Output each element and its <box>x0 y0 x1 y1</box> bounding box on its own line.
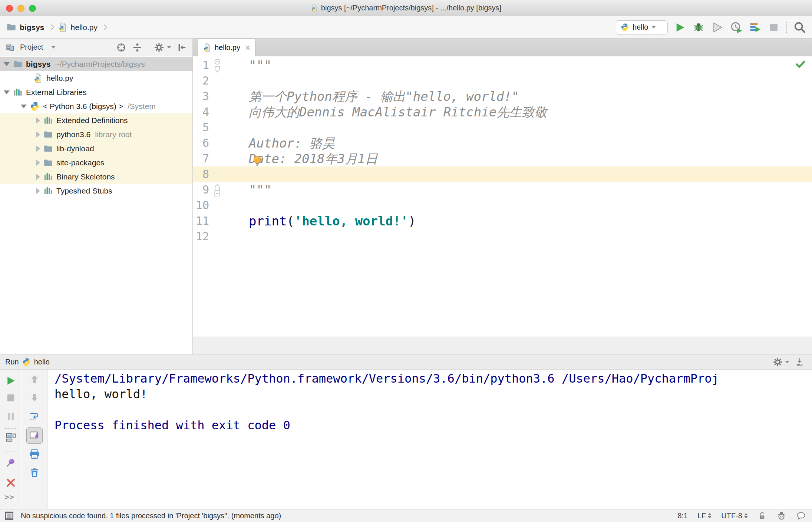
code-content: """ 第一个Python程序 - 输出"hello, world!" 向伟大的… <box>242 57 812 244</box>
unlocked-icon[interactable] <box>757 511 767 521</box>
run-configuration-select[interactable]: hello <box>616 20 668 34</box>
breadcrumb-project[interactable]: bigsys <box>20 23 44 32</box>
run-with-coverage-button[interactable] <box>711 21 724 34</box>
next-occurrence-button[interactable] <box>29 392 40 403</box>
chevron-collapsed-icon[interactable] <box>36 188 40 194</box>
folder-icon <box>43 130 53 139</box>
pycharm-window: bigsys [~/PycharmProjects/bigsys] - .../… <box>0 0 812 522</box>
prev-occurrence-button[interactable] <box>29 374 40 385</box>
code-line-1: """ <box>242 57 812 73</box>
run-button[interactable] <box>674 22 686 33</box>
chevron-expanded-icon[interactable] <box>4 62 10 66</box>
collapse-all-icon[interactable] <box>132 42 142 53</box>
code-line-6: Author: 骆昊 <box>242 135 812 151</box>
chevron-collapsed-icon[interactable] <box>36 146 40 152</box>
hide-panel-icon[interactable] <box>177 42 187 53</box>
tree-item-python36-library-root[interactable]: python3.6 library root <box>0 128 192 142</box>
editor-tab-bar: hello.py × <box>193 39 812 56</box>
editor-scrollbar-strip[interactable] <box>193 337 812 354</box>
search-everywhere-icon[interactable] <box>793 21 806 34</box>
breadcrumb-file[interactable]: hello.py <box>71 23 98 32</box>
chevron-down-icon <box>785 361 789 363</box>
encoding-widget[interactable]: UTF-8 <box>721 512 748 520</box>
gear-icon[interactable] <box>154 42 164 53</box>
library-icon <box>13 87 23 97</box>
status-widgets: 8:1 LF UTF-8 <box>677 511 806 521</box>
profiler-button[interactable] <box>730 21 743 34</box>
line-ending-widget[interactable]: LF <box>697 512 712 520</box>
rerun-button[interactable] <box>5 375 16 386</box>
python-logo-icon <box>30 102 40 111</box>
toolbar-separator <box>148 43 148 52</box>
inspector-hector-icon[interactable] <box>776 511 786 521</box>
tree-item-extended-definitions[interactable]: Extended Definitions <box>0 113 192 128</box>
tree-item-site-packages[interactable]: site-packages <box>0 156 192 170</box>
print-button[interactable] <box>29 449 40 460</box>
run-panel-body: >> /System/Library/Frameworks/Python.fra… <box>0 370 812 509</box>
code-line-9: """ <box>242 182 812 198</box>
more-actions-icon[interactable]: >> <box>4 493 14 502</box>
code-line-10 <box>242 198 812 213</box>
chevron-collapsed-icon[interactable] <box>36 160 40 166</box>
project-panel-title[interactable]: Project <box>20 43 43 52</box>
stop-button[interactable] <box>768 22 780 33</box>
caret-position-widget[interactable]: 8:1 <box>677 512 688 520</box>
line-number: 5 <box>193 120 242 135</box>
project-view-icon <box>5 43 15 52</box>
chevron-expanded-icon[interactable] <box>21 105 27 108</box>
tree-item-typeshed-stubs[interactable]: Typeshed Stubs <box>0 184 192 198</box>
inspections-ok-icon[interactable] <box>795 59 806 70</box>
run-panel-title[interactable]: Run <box>5 358 19 366</box>
toolbar-separator <box>4 428 17 429</box>
close-tab-icon[interactable]: × <box>245 44 250 52</box>
restore-layout-button[interactable] <box>5 432 16 443</box>
tree-item-project-root[interactable]: bigsys ~/PycharmProjects/bigsys <box>0 57 192 71</box>
pin-tab-button[interactable] <box>5 457 16 468</box>
code-line-8 <box>242 166 812 182</box>
run-toolbar: hello <box>616 20 812 34</box>
hide-panel-icon[interactable] <box>795 357 805 367</box>
library-icon <box>43 116 53 125</box>
chevron-collapsed-icon[interactable] <box>36 174 40 180</box>
tree-item-hello-py[interactable]: hello.py <box>0 71 192 85</box>
scroll-to-end-button[interactable] <box>26 427 43 444</box>
tree-item-lib-dynload[interactable]: lib-dynload <box>0 142 192 156</box>
line-number: 2 <box>193 73 242 89</box>
pause-output-button[interactable] <box>5 411 16 422</box>
intention-lightbulb-icon[interactable] <box>251 155 263 167</box>
gear-icon[interactable] <box>773 357 783 367</box>
editor-tab-hello-py[interactable]: hello.py × <box>198 39 255 56</box>
editor[interactable]: 1 2 3 4 5 6 7 8 9 10 11 12 """ <box>193 56 812 337</box>
fullscreen-window-button[interactable] <box>29 5 36 12</box>
chevron-collapsed-icon[interactable] <box>36 118 40 123</box>
fold-region-start-icon[interactable] <box>213 59 222 74</box>
minimize-window-button[interactable] <box>17 5 24 12</box>
code-line-4: 向伟大的Dennis MacAlistair Ritchie先生致敬 <box>242 104 812 120</box>
chevron-expanded-icon[interactable] <box>4 90 10 94</box>
chevron-down-icon[interactable] <box>51 46 56 49</box>
close-panel-button[interactable] <box>5 477 16 488</box>
console-output[interactable]: /System/Library/Frameworks/Python.framew… <box>48 370 812 509</box>
chevron-collapsed-icon[interactable] <box>36 132 40 138</box>
concurrency-diagram-button[interactable] <box>749 21 762 34</box>
stop-process-button[interactable] <box>5 392 16 403</box>
toolbar-separator <box>4 452 17 452</box>
event-log-bubble-icon[interactable] <box>796 511 806 521</box>
soft-wrap-button[interactable] <box>29 411 40 422</box>
tree-item-python-sdk[interactable]: < Python 3.6 (bigsys) > /System <box>0 99 192 113</box>
tool-window-toggle-icon[interactable] <box>4 511 14 521</box>
toolbar-separator <box>786 22 787 33</box>
status-bar: No suspicious code found. 1 files proces… <box>0 509 812 522</box>
fold-region-end-icon[interactable] <box>213 182 222 198</box>
folder-icon <box>6 22 16 32</box>
run-config-tab-label[interactable]: hello <box>34 358 50 366</box>
tree-item-external-libraries[interactable]: External Libraries <box>0 85 192 99</box>
clear-all-button[interactable] <box>29 467 40 478</box>
run-panel-header: Run hello <box>0 354 812 370</box>
close-window-button[interactable] <box>6 5 13 12</box>
line-number: 7 <box>193 151 242 166</box>
locate-file-icon[interactable] <box>116 42 126 53</box>
debug-button[interactable] <box>692 21 705 34</box>
code-line-5 <box>242 120 812 135</box>
tree-item-binary-skeletons[interactable]: Binary Skeletons <box>0 170 192 184</box>
